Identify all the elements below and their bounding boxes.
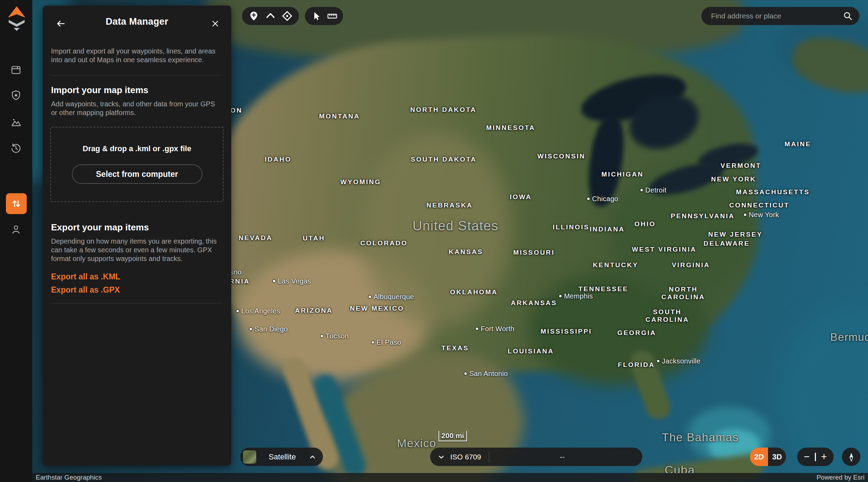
- zoom-level-indicator: [815, 453, 816, 461]
- zoom-in-button[interactable]: +: [821, 452, 827, 462]
- attribution-bar: Earthstar Geographics Powered by Esri: [0, 473, 868, 482]
- map-label-region: United States: [412, 219, 499, 234]
- export-heading: Export your map items: [51, 222, 223, 233]
- map-layers-icon[interactable]: [10, 64, 22, 76]
- map-scale-bar: 200 mi: [439, 431, 467, 441]
- map-label-state: ARKANSAS: [511, 299, 557, 307]
- line-tool-icon: [265, 10, 276, 22]
- chevron-down-icon[interactable]: [437, 453, 445, 461]
- map-label-state: PENNSYLVANIA: [671, 212, 735, 220]
- city-dot: [236, 310, 239, 312]
- badge-shield-icon[interactable]: [10, 89, 22, 101]
- map-label-state: SOUTH CAROLINA: [645, 308, 689, 324]
- account-icon[interactable]: [10, 223, 22, 235]
- select-cursor-button[interactable]: [309, 9, 323, 23]
- basemap-thumbnail: [243, 450, 256, 464]
- divider: [51, 303, 223, 303]
- zoom-out-button[interactable]: −: [804, 452, 810, 462]
- city-dot: [559, 295, 561, 297]
- map-label-city: Memphis: [559, 292, 593, 300]
- data-manager-panel: Data Manager Import and export all your …: [43, 6, 231, 466]
- view-mode-toggle: 2D 3D: [750, 448, 786, 466]
- waypoints-mountains-icon[interactable]: [10, 116, 22, 128]
- draw-toolbar: [242, 7, 299, 25]
- map-label-state: LOUISIANA: [508, 348, 554, 355]
- coordinate-format-label: ISO 6709: [450, 453, 481, 461]
- toggle-2d-button[interactable]: 2D: [750, 448, 768, 466]
- map-label-state: NEW JERSEY: [708, 231, 763, 238]
- map-label-city: Detroit: [640, 186, 666, 194]
- map-label-state: NEW YORK: [711, 175, 756, 183]
- search-icon[interactable]: [843, 11, 853, 21]
- compass-needle-icon: [846, 452, 857, 462]
- export-gpx-link[interactable]: Export all as .GPX: [51, 285, 223, 295]
- map-label-state: IDAHO: [265, 156, 291, 163]
- export-description: Depending on how many items you are expo…: [51, 237, 223, 263]
- map-label-region: Bermud: [830, 331, 868, 344]
- map-label-state: KENTUCKY: [593, 261, 638, 269]
- map-label-state: WISCONSIN: [537, 153, 586, 160]
- app-logo[interactable]: [7, 6, 27, 31]
- city-dot: [250, 328, 252, 330]
- search-input[interactable]: [711, 12, 836, 20]
- map-label-city: sno: [230, 268, 241, 276]
- compass-button[interactable]: [842, 448, 860, 466]
- area-tool-icon: [282, 10, 293, 22]
- map-label-state: NEW MEXICO: [350, 305, 404, 312]
- map-label-state: MASSACHUSETTS: [736, 188, 810, 196]
- close-button[interactable]: [208, 17, 222, 31]
- ruler-icon: [327, 10, 338, 22]
- map-label-city: Jacksonville: [657, 357, 700, 365]
- history-icon[interactable]: [10, 142, 22, 154]
- export-kml-link[interactable]: Export all as .KML: [51, 272, 223, 281]
- map-label-state: SOUTH DAKOTA: [411, 156, 477, 163]
- map-label-state: MICHIGAN: [601, 171, 644, 178]
- cursor-icon: [311, 11, 321, 21]
- map-label-region: Mexico: [397, 437, 436, 450]
- sidebar-item-import-export[interactable]: [6, 193, 27, 214]
- city-dot: [372, 341, 374, 344]
- map-label-state: NORTH CAROLINA: [661, 286, 705, 301]
- map-label-state: VIRGINIA: [672, 261, 710, 269]
- scale-label: 200 mi: [441, 432, 464, 440]
- draw-line-button[interactable]: [264, 9, 277, 23]
- zoom-controls: − +: [797, 448, 834, 466]
- add-waypoint-button[interactable]: [247, 9, 261, 23]
- city-dot: [587, 198, 590, 200]
- map-label-state: NORTH DAKOTA: [410, 106, 476, 114]
- measure-button[interactable]: [325, 9, 339, 23]
- panel-intro: Import and export all your waypoints, li…: [51, 47, 223, 64]
- map-label-city: El Paso: [372, 338, 401, 346]
- map-label-state: VERMONT: [720, 162, 761, 170]
- basemap-selector[interactable]: Satellite: [240, 448, 323, 466]
- import-description: Add waypoints, tracks, and other data fr…: [51, 100, 223, 117]
- map-label-state: MISSOURI: [513, 249, 555, 256]
- map-label-state: ARIZONA: [295, 307, 333, 314]
- toggle-3d-button[interactable]: 3D: [768, 448, 786, 466]
- draw-area-button[interactable]: [280, 9, 294, 23]
- dropzone-label: Drag & drop a .kml or .gpx file: [83, 144, 191, 153]
- map-label-state: UTAH: [303, 235, 325, 242]
- map-label-state: ILLINOIS: [553, 223, 590, 231]
- map-label-state: CONNECTICUT: [729, 202, 789, 209]
- map-label-state: COLORADO: [360, 239, 408, 247]
- map-label-state: TEXAS: [441, 344, 469, 352]
- map-label-state: NEBRASKA: [426, 202, 473, 209]
- map-label-city: New York: [744, 211, 779, 219]
- back-button[interactable]: [54, 17, 68, 31]
- map-label-state: OKLAHOMA: [450, 288, 498, 296]
- arrow-left-icon: [55, 18, 66, 29]
- map-label-state: MINNESOTA: [486, 124, 535, 132]
- map-label-city: Tucson: [321, 332, 349, 340]
- file-dropzone[interactable]: Drag & drop a .kml or .gpx file Select f…: [50, 127, 224, 202]
- map-label-state: KANSAS: [449, 248, 483, 256]
- map-label-city: San Antonio: [464, 370, 508, 378]
- chevron-up-icon: [308, 453, 317, 461]
- map-label-state: WYOMING: [340, 178, 381, 186]
- select-from-computer-button[interactable]: Select from computer: [72, 164, 202, 184]
- map-label-state: OHIO: [634, 220, 656, 228]
- import-heading: Import your map items: [51, 85, 223, 96]
- map-label-state: DELAWARE: [703, 240, 750, 247]
- coordinates-bar[interactable]: ISO 6709 --: [430, 448, 642, 466]
- coordinate-value: --: [489, 453, 635, 461]
